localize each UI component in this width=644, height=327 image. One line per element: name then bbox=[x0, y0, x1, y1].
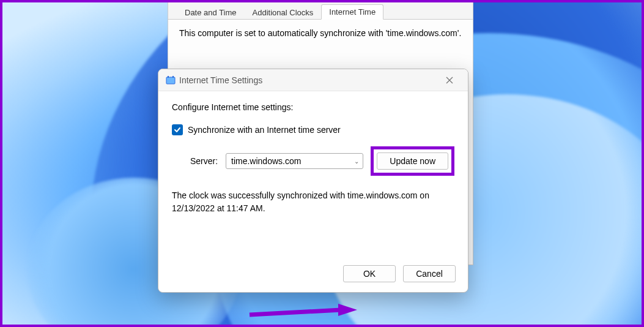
sync-description: This computer is set to automatically sy… bbox=[179, 28, 462, 38]
dialog-titlebar: Internet Time Settings bbox=[158, 69, 468, 91]
sync-checkbox-label: Synchronize with an Internet time server bbox=[188, 125, 341, 135]
svg-rect-2 bbox=[172, 76, 174, 78]
sync-status-text: The clock was successfully synchronized … bbox=[172, 189, 454, 215]
cancel-button[interactable]: Cancel bbox=[403, 265, 456, 282]
chevron-down-icon: ⌄ bbox=[354, 158, 359, 165]
dialog-title-text: Internet Time Settings bbox=[179, 75, 437, 85]
update-now-button[interactable]: Update now bbox=[377, 152, 448, 170]
tab-additional-clocks[interactable]: Additional Clocks bbox=[245, 5, 322, 20]
close-button[interactable] bbox=[437, 71, 462, 89]
update-now-highlight: Update now bbox=[371, 146, 454, 176]
server-select[interactable]: time.windows.com ⌄ bbox=[226, 153, 363, 169]
tab-internet-time[interactable]: Internet Time bbox=[321, 4, 383, 20]
tab-strip: Date and Time Additional Clocks Internet… bbox=[168, 2, 473, 20]
svg-rect-0 bbox=[166, 77, 175, 84]
internet-time-settings-dialog: Internet Time Settings Configure Interne… bbox=[158, 69, 468, 293]
svg-rect-1 bbox=[168, 76, 169, 78]
sync-checkbox[interactable] bbox=[172, 124, 183, 135]
server-select-value: time.windows.com bbox=[231, 156, 301, 166]
ok-button[interactable]: OK bbox=[343, 265, 396, 282]
configure-label: Configure Internet time settings: bbox=[172, 102, 454, 112]
tab-date-and-time[interactable]: Date and Time bbox=[177, 5, 245, 20]
time-settings-icon bbox=[166, 75, 176, 85]
server-label: Server: bbox=[190, 156, 226, 166]
